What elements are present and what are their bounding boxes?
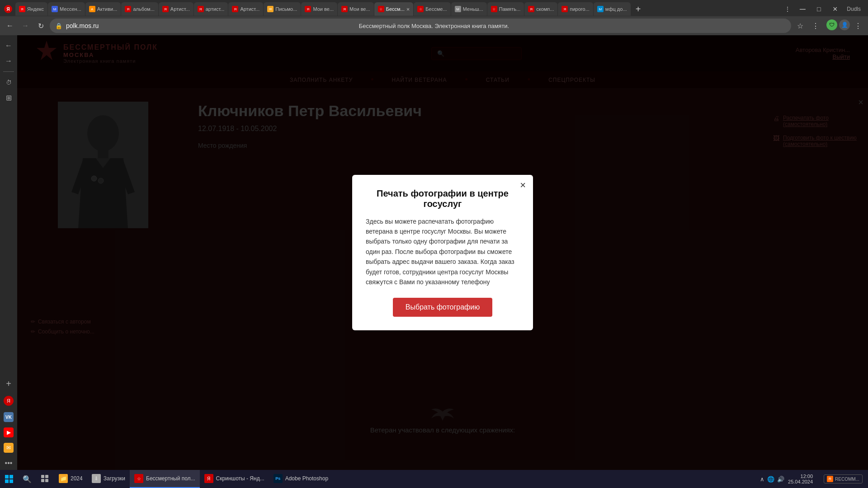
forward-button[interactable]: →: [19, 19, 32, 32]
sidebar-tabs[interactable]: ⊞: [2, 91, 15, 104]
taskbar-btn-downloads[interactable]: ⬇ Загрузки: [87, 470, 130, 488]
sidebar-vk[interactable]: VK: [2, 410, 15, 424]
lock-icon: 🔒: [55, 23, 62, 29]
tab-artist2[interactable]: Я артист...: [194, 2, 228, 16]
tab-yandex[interactable]: Я Яндекс: [15, 2, 47, 16]
taskbar-btn-screenshots[interactable]: Я Скриншоты - Янд...: [200, 470, 269, 488]
start-button[interactable]: [0, 470, 18, 488]
sidebar-divider-1: [3, 71, 14, 72]
select-photo-button[interactable]: Выбрать фотографию: [393, 298, 492, 317]
refresh-button[interactable]: ↻: [34, 19, 47, 32]
svg-rect-6: [5, 475, 9, 479]
svg-rect-12: [41, 479, 44, 482]
modal-dialog: × Печать фотографии в центре госуслуг Зд…: [352, 175, 533, 331]
taskbar-search-button[interactable]: 🔍: [18, 470, 36, 488]
svg-rect-10: [41, 475, 44, 478]
svg-rect-7: [9, 475, 13, 479]
extensions-button[interactable]: ⋮: [809, 19, 822, 32]
bookmark-button[interactable]: ☆: [794, 19, 807, 32]
tab-mess[interactable]: М Мессен...: [48, 2, 85, 16]
svg-rect-8: [5, 479, 9, 483]
sidebar-more[interactable]: •••: [2, 456, 15, 470]
tab-bar: Я Я Яндекс М Мессен... А Активи... Я аль…: [0, 0, 868, 16]
tab-aktiv[interactable]: А Активи...: [85, 2, 121, 16]
taskbar-clock[interactable]: 12:00 25.04.2024: [788, 474, 813, 484]
task-view-button[interactable]: [36, 470, 54, 488]
tab-moive1[interactable]: Я Мои ве...: [301, 2, 337, 16]
modal-close-button[interactable]: ×: [520, 180, 526, 190]
window-close[interactable]: ×: [827, 2, 843, 16]
profile-icon[interactable]: 👤: [839, 19, 850, 30]
sidebar-back[interactable]: ←: [2, 39, 15, 52]
new-tab-button[interactable]: +: [631, 2, 646, 16]
sidebar-youtube[interactable]: ▶: [2, 426, 15, 439]
website-container: БЕССМЕРТНЫЙ ПОЛК МОСКВА Электронная книг…: [17, 35, 868, 470]
network-icon[interactable]: 🌐: [767, 476, 774, 483]
taskbar-btn-photoshop[interactable]: Ps Adobe Photoshop: [269, 470, 333, 488]
taskbar: 🔍 📁 2024 ⬇ Загрузки ☆ Бессмертный пол...…: [0, 470, 868, 488]
address-text: polk.mos.ru: [66, 22, 99, 29]
sidebar-app1[interactable]: Я: [2, 394, 15, 408]
tab-skomp[interactable]: Я скомп...: [524, 2, 557, 16]
back-button[interactable]: ←: [4, 19, 16, 32]
shield-icon: 🛡: [826, 19, 837, 30]
taskbar-btn-folder[interactable]: 📁 2024: [54, 470, 87, 488]
tab-mensh[interactable]: М Меньш...: [451, 2, 487, 16]
tab-moive2[interactable]: Я Мои ве...: [338, 2, 374, 16]
window-maximize[interactable]: □: [811, 2, 827, 16]
sound-icon[interactable]: 🔊: [777, 476, 784, 483]
tab-pamyat[interactable]: ☆ Память...: [487, 2, 524, 16]
browser-menu[interactable]: ⋮: [852, 19, 864, 32]
address-bar-row: ← → ↻ 🔒 polk.mos.ru Бессмертный полк Мос…: [0, 16, 868, 35]
taskbar-right: ∧ 🌐 🔊 12:00 25.04.2024 R RECOMM...: [760, 474, 868, 484]
modal-overlay[interactable]: × Печать фотографии в центре госуслуг Зд…: [17, 35, 868, 470]
tab-bess-active[interactable]: ☆ Бессм... ×: [374, 2, 414, 16]
svg-rect-13: [45, 479, 48, 482]
modal-title: Печать фотографии в центре госуслуг: [366, 188, 519, 209]
sidebar-add[interactable]: +: [2, 377, 15, 390]
tab-artist3[interactable]: Я Артист...: [228, 2, 263, 16]
tab-mail[interactable]: ✉ Письмо...: [264, 2, 301, 16]
svg-rect-9: [9, 479, 13, 483]
browser-chrome: Я Я Яндекс М Мессен... А Активи... Я аль…: [0, 0, 868, 35]
taskbar-btn-polk[interactable]: ☆ Бессмертный пол...: [130, 470, 200, 488]
modal-body: Здесь вы можете распечатать фотографию в…: [366, 216, 519, 287]
tab-pirogi[interactable]: Я пирого...: [558, 2, 593, 16]
svg-rect-11: [45, 475, 48, 478]
system-tray-icon-1[interactable]: ∧: [760, 476, 764, 483]
window-options[interactable]: ⋮: [781, 2, 794, 16]
browser-user-label: Dudls: [843, 6, 864, 12]
recommend-badge: R RECOMM...: [824, 474, 863, 483]
address-bar[interactable]: 🔒 polk.mos.ru: [50, 19, 791, 33]
sidebar-forward[interactable]: →: [2, 54, 15, 68]
tab-artist1[interactable]: Я Артист...: [159, 2, 193, 16]
sidebar-mail[interactable]: ✉: [2, 441, 15, 455]
left-sidebar: ← → ⏱ ⊞ + Я VK ▶ ✉ •••: [0, 35, 17, 470]
window-minimize[interactable]: ─: [794, 2, 811, 16]
tab-close-active[interactable]: ×: [406, 6, 410, 13]
tab-mfts[interactable]: М мфц до...: [594, 2, 631, 16]
tab-album[interactable]: Я альбом...: [121, 2, 158, 16]
tab-bess2[interactable]: ☆ Бессме...: [414, 2, 450, 16]
sidebar-history[interactable]: ⏱: [2, 75, 15, 89]
